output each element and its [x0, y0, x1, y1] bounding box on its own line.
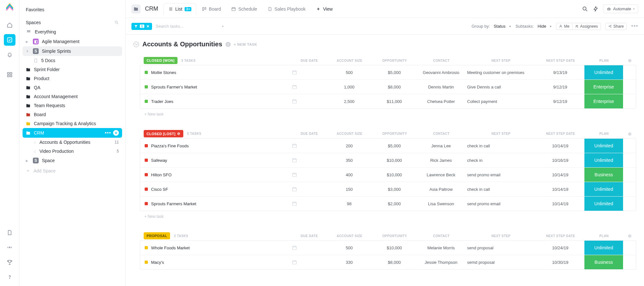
next-step-cell[interactable]: send promo email	[465, 171, 536, 179]
filter-button[interactable]: 1 ✕	[131, 23, 152, 30]
sidebar-folder[interactable]: Campaign Tracking & Analytics	[23, 119, 122, 128]
new-task-inline[interactable]: + New task	[140, 211, 636, 219]
account-size-cell[interactable]: 330	[327, 259, 372, 266]
sidebar-favorites-header[interactable]: Favorites	[23, 5, 122, 14]
opportunity-cell[interactable]: $5,000	[372, 142, 417, 150]
next-step-cell[interactable]: semd proposal	[465, 259, 536, 266]
rail-docs-button[interactable]	[4, 227, 15, 238]
rail-goals-button[interactable]	[4, 256, 15, 268]
sidebar-docs[interactable]: 5 Docs	[23, 56, 122, 65]
contact-cell[interactable]: Chelsea Potter	[417, 98, 465, 105]
tab-board[interactable]: Board	[197, 3, 226, 14]
status-chip[interactable]: CLOSED [WON]	[144, 57, 178, 64]
bolt-icon[interactable]	[593, 6, 599, 12]
rail-apps-button[interactable]	[4, 69, 15, 80]
contact-cell[interactable]: Jenna Lee	[417, 142, 465, 150]
sidebar-everything[interactable]: Everything	[23, 27, 122, 37]
assignees-filter-button[interactable]: Assignees	[572, 23, 601, 30]
rail-home-button[interactable]	[4, 19, 15, 31]
opportunity-cell[interactable]: $5,000	[372, 69, 417, 76]
automate-button[interactable]: Automate ▾	[603, 5, 638, 13]
me-filter-button[interactable]: Me	[556, 23, 572, 30]
next-step-date-cell[interactable]: 9/13/19	[536, 69, 584, 76]
due-date-cell[interactable]	[291, 244, 327, 252]
status-circle-icon[interactable]	[133, 42, 139, 47]
contact-cell[interactable]: Lawrence Beck	[417, 171, 465, 179]
opportunity-cell[interactable]: $2,000	[372, 200, 417, 208]
plan-cell[interactable]: Unlimited	[584, 197, 623, 211]
next-step-cell[interactable]: send promo email	[465, 200, 536, 208]
next-step-date-cell[interactable]: 10/14/19	[536, 142, 584, 150]
status-chip[interactable]: PROPOSAL	[144, 232, 170, 239]
status-chip[interactable]: CLOSED [LOST] ⊘	[144, 130, 183, 137]
plan-cell[interactable]: Unlimited	[584, 139, 623, 153]
search-icon[interactable]	[114, 20, 119, 25]
task-row[interactable]: Trader Joes 2,500 $11,000 Chelsea Potter…	[140, 94, 636, 108]
plan-cell[interactable]: Unlimited	[584, 182, 623, 196]
sidebar-folder[interactable]: Product	[23, 74, 122, 83]
account-size-cell[interactable]: 150	[327, 186, 372, 193]
next-step-date-cell[interactable]: 10/16/19	[536, 157, 584, 164]
opportunity-cell[interactable]: $10,000	[372, 244, 417, 252]
tab-sales-playbook[interactable]: Sales Playbook	[263, 3, 311, 14]
tab-add-view[interactable]: ＋ View	[311, 3, 338, 14]
next-step-cell[interactable]: check in	[465, 157, 536, 164]
due-date-cell[interactable]	[291, 83, 327, 91]
task-row[interactable]: Cisco SF 150 $3,000 Asia Paltrow check i…	[140, 182, 636, 197]
plan-cell[interactable]: Business	[584, 168, 623, 182]
next-step-cell[interactable]: Give Dennis a call	[465, 83, 536, 91]
opportunity-cell[interactable]: $10,000	[372, 157, 417, 164]
contact-cell[interactable]: Lisa Swenson	[417, 200, 465, 208]
next-step-date-cell[interactable]: 10/30/19	[536, 259, 584, 266]
plan-cell[interactable]: Enterprise	[584, 94, 623, 108]
task-row[interactable]: Macy's 330 $8,000 Jessie Thompson semd p…	[140, 255, 636, 269]
add-list-button[interactable]: +	[113, 130, 119, 136]
sidebar-folder[interactable]: Sprint Folder	[23, 65, 122, 74]
new-task-button[interactable]: + NEW TASK	[234, 42, 257, 46]
due-date-cell[interactable]	[291, 185, 327, 193]
sidebar-space-generic[interactable]: ▶ S Space	[23, 156, 122, 165]
task-row[interactable]: Whole Foods Market 500 $10,000 Melanie M…	[140, 241, 636, 255]
sidebar-spaces-header[interactable]: Spaces	[23, 18, 122, 27]
sidebar-folder[interactable]: Board	[23, 110, 122, 119]
sidebar-folder[interactable]: Team Requests	[23, 101, 122, 110]
due-date-cell[interactable]	[291, 258, 327, 266]
task-row[interactable]: Safeway 350 $10,000 Rick James check in …	[140, 153, 636, 168]
plan-cell[interactable]: Unlimited	[584, 241, 623, 255]
tab-schedule[interactable]: Schedule	[226, 3, 262, 14]
due-date-cell[interactable]	[291, 156, 327, 164]
due-date-cell[interactable]	[291, 142, 327, 150]
next-step-date-cell[interactable]: 10/14/19	[536, 171, 584, 179]
sidebar-folder[interactable]: Account Management	[23, 92, 122, 101]
add-column-button[interactable]: ⊕	[623, 131, 636, 136]
due-date-cell[interactable]	[291, 69, 327, 76]
close-icon[interactable]: ✕	[146, 24, 149, 29]
folder-icon[interactable]	[131, 5, 140, 14]
task-row[interactable]: Hilton SFO 400 $10,000 Lawrence Beck sen…	[140, 168, 636, 182]
task-row[interactable]: Mollie Stones 500 $5,000 Geovanni Ambros…	[140, 65, 636, 80]
next-step-cell[interactable]: Meeting customer on premises	[465, 69, 536, 76]
due-date-cell[interactable]	[291, 97, 327, 105]
sidebar-folder[interactable]: CRM •••+	[23, 128, 122, 138]
opportunity-cell[interactable]: $10,000	[372, 171, 417, 179]
info-icon[interactable]: i	[226, 42, 231, 47]
more-icon[interactable]: •••	[105, 130, 111, 136]
due-date-cell[interactable]	[291, 171, 327, 179]
sidebar-list[interactable]: ○ Accounts & Opportunities 11	[23, 138, 122, 147]
task-row[interactable]: Sprouts Farmers Market 98 $2,000 Lisa Sw…	[140, 197, 636, 211]
contact-cell[interactable]: Geovanni Ambrosio	[417, 69, 465, 76]
more-icon[interactable]: •••	[631, 23, 638, 30]
new-task-inline[interactable]: + New task	[140, 109, 636, 116]
subtasks-dropdown[interactable]: Subtasks: Hide ▾	[515, 24, 552, 29]
opportunity-cell[interactable]: $11,000	[372, 98, 417, 105]
sidebar-folder[interactable]: QA	[23, 83, 122, 92]
group-by-dropdown[interactable]: Group by: Status ▾	[472, 24, 511, 29]
rail-tasks-button[interactable]	[4, 34, 15, 46]
plan-cell[interactable]: Business	[584, 255, 623, 269]
tab-list[interactable]: List 3▾	[163, 3, 196, 15]
sidebar-space-agile[interactable]: ▶ ◧ Agile Management	[23, 37, 122, 46]
search-tasks[interactable]: Search tasks... ▾	[156, 24, 224, 29]
task-row[interactable]: Sprouts Farmer's Market 1,000 $8,000 Den…	[140, 80, 636, 94]
next-step-cell[interactable]: Collect payment	[465, 98, 536, 105]
account-size-cell[interactable]: 1,000	[327, 83, 372, 91]
